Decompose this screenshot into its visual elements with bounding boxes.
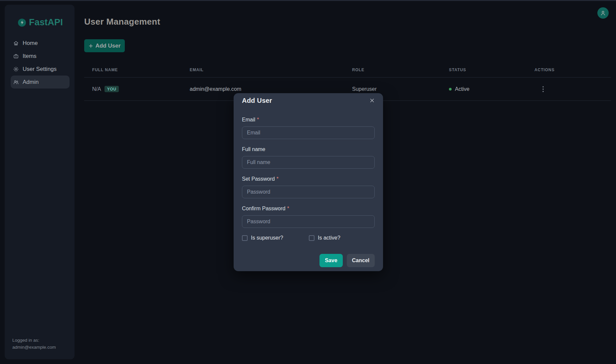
required-marker: * bbox=[257, 117, 259, 122]
plus-icon bbox=[89, 44, 93, 48]
cell-full-name: N/A YOU bbox=[84, 86, 182, 92]
field-label-text: Email bbox=[242, 117, 255, 122]
logged-in-label: Logged in as: bbox=[12, 337, 56, 344]
full-name-field[interactable] bbox=[242, 156, 375, 169]
briefcase-icon bbox=[13, 53, 19, 59]
column-header-email: Email bbox=[182, 68, 344, 72]
field-label-text: Full name bbox=[242, 146, 265, 152]
full-name-field-group: Full name bbox=[242, 146, 375, 169]
sidebar-item-home[interactable]: Home bbox=[11, 37, 70, 50]
is-active-label: Is active? bbox=[318, 235, 340, 241]
add-user-form: Email* Full name Set Password* Confirm P… bbox=[242, 116, 375, 267]
ellipsis-vertical-icon bbox=[542, 86, 544, 92]
you-badge: YOU bbox=[104, 86, 119, 92]
status-value: Active bbox=[455, 86, 470, 92]
add-user-modal: Add User Email* Full name Set Password* … bbox=[234, 93, 383, 271]
add-user-button-label: Add User bbox=[96, 43, 121, 49]
full-name-value: N/A bbox=[92, 86, 101, 92]
email-field-group: Email* bbox=[242, 116, 375, 139]
full-name-field-label: Full name bbox=[242, 146, 375, 153]
cell-actions bbox=[526, 85, 611, 93]
checkbox-row: Is superuser? Is active? bbox=[242, 235, 375, 241]
lightning-bolt-icon bbox=[18, 19, 26, 27]
cell-email: admin@example.com bbox=[182, 86, 344, 92]
user-avatar-button[interactable] bbox=[597, 7, 609, 19]
sidebar: FastAPI Home Items bbox=[5, 5, 75, 359]
confirm-password-field-label: Confirm Password* bbox=[242, 205, 375, 212]
column-header-status: Status bbox=[441, 68, 526, 72]
email-field-label: Email* bbox=[242, 116, 375, 123]
sidebar-item-label: Items bbox=[23, 53, 37, 60]
sidebar-item-items[interactable]: Items bbox=[11, 50, 70, 63]
email-field[interactable] bbox=[242, 126, 375, 139]
column-header-role: Role bbox=[344, 68, 441, 72]
required-marker: * bbox=[287, 206, 289, 211]
column-header-actions: Actions bbox=[526, 68, 611, 72]
is-superuser-label: Is superuser? bbox=[251, 235, 283, 241]
status-dot bbox=[449, 88, 452, 91]
gear-icon bbox=[13, 66, 19, 72]
cancel-button[interactable]: Cancel bbox=[347, 254, 375, 267]
set-password-field-group: Set Password* bbox=[242, 176, 375, 198]
table-header-row: Full Name Email Role Status Actions bbox=[84, 63, 611, 78]
checkbox-icon bbox=[242, 235, 248, 241]
set-password-field-label: Set Password* bbox=[242, 176, 375, 182]
sidebar-item-label: Home bbox=[23, 40, 38, 47]
confirm-password-field-group: Confirm Password* bbox=[242, 205, 375, 228]
brand-logo[interactable]: FastAPI bbox=[18, 17, 75, 28]
field-label-text: Confirm Password bbox=[242, 206, 286, 211]
modal-footer: Save Cancel bbox=[242, 254, 375, 267]
is-superuser-checkbox[interactable]: Is superuser? bbox=[242, 235, 309, 241]
cell-status: Active bbox=[441, 86, 526, 92]
column-header-full-name: Full Name bbox=[84, 68, 182, 72]
page-title: User Management bbox=[84, 17, 160, 27]
modal-title: Add User bbox=[242, 97, 272, 104]
sidebar-item-admin[interactable]: Admin bbox=[11, 76, 70, 89]
logged-in-email: admin@example.com bbox=[12, 344, 56, 351]
sidebar-nav: Home Items User Settings bbox=[5, 37, 75, 89]
confirm-password-field[interactable] bbox=[242, 215, 375, 228]
sidebar-item-label: User Settings bbox=[23, 66, 57, 73]
logged-in-info: Logged in as: admin@example.com bbox=[12, 337, 56, 351]
checkbox-icon bbox=[309, 235, 314, 241]
users-icon bbox=[13, 79, 19, 85]
brand-name: FastAPI bbox=[29, 17, 63, 28]
sidebar-item-label: Admin bbox=[23, 79, 39, 86]
row-actions-menu-button[interactable] bbox=[541, 85, 545, 93]
required-marker: * bbox=[277, 176, 279, 182]
save-button[interactable]: Save bbox=[319, 254, 342, 267]
role-value: Superuser bbox=[352, 86, 377, 92]
sidebar-item-user-settings[interactable]: User Settings bbox=[11, 63, 70, 76]
is-active-checkbox[interactable]: Is active? bbox=[309, 235, 340, 241]
email-value: admin@example.com bbox=[190, 86, 241, 92]
field-label-text: Set Password bbox=[242, 176, 275, 182]
close-icon[interactable] bbox=[369, 97, 375, 103]
window-top-border bbox=[0, 0, 616, 1]
cell-role: Superuser bbox=[344, 86, 441, 92]
person-icon bbox=[600, 10, 606, 16]
home-icon bbox=[13, 40, 19, 46]
set-password-field[interactable] bbox=[242, 186, 375, 198]
add-user-button[interactable]: Add User bbox=[84, 39, 125, 52]
